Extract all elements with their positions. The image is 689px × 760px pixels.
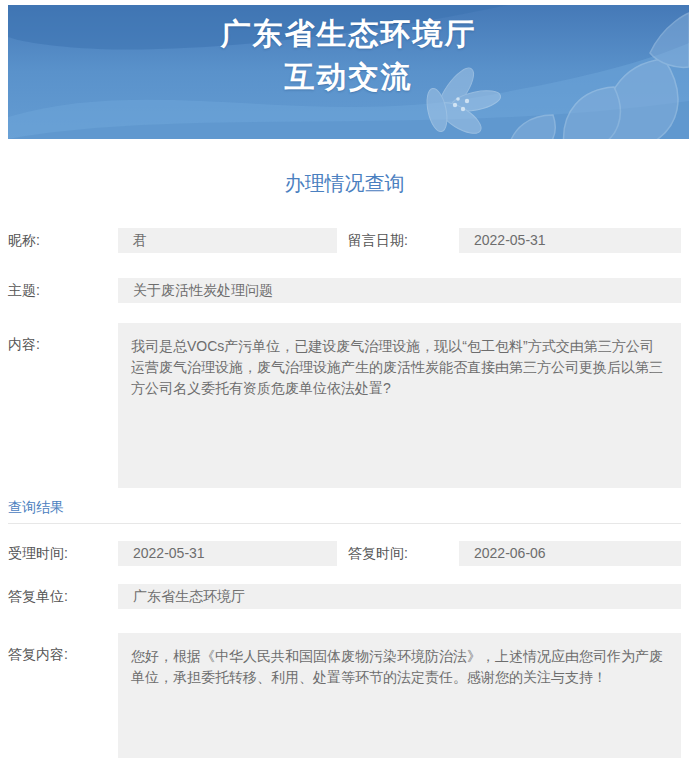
section-divider — [8, 523, 681, 524]
subject-label: 主题: — [8, 278, 118, 303]
content-label: 内容: — [8, 323, 118, 354]
banner-title-block: 广东省生态环境厅 互动交流 — [8, 12, 689, 98]
result-section-title: 查询结果 — [8, 498, 681, 516]
form-row-times: 受理时间: 2022-05-31 答复时间: 2022-06-06 — [8, 541, 681, 566]
nickname-field[interactable]: 君 — [118, 228, 337, 253]
form-row-nickname-date: 昵称: 君 留言日期: 2022-05-31 — [8, 228, 681, 253]
accept-time-label: 受理时间: — [8, 541, 118, 566]
query-form: 昵称: 君 留言日期: 2022-05-31 主题: 关于废活性炭处理问题 内容… — [8, 228, 681, 758]
subject-field[interactable]: 关于废活性炭处理问题 — [118, 278, 681, 303]
form-row-content: 内容: 我司是总VOCs产污单位，已建设废气治理设施，现以“包工包料”方式交由第… — [8, 323, 681, 488]
reply-unit-field[interactable]: 广东省生态环境厅 — [118, 584, 681, 609]
form-row-reply-content: 答复内容: 您好，根据《中华人民共和国固体废物污染环境防治法》，上述情况应由您司… — [8, 633, 681, 758]
content-textarea[interactable]: 我司是总VOCs产污单位，已建设废气治理设施，现以“包工包料”方式交由第三方公司… — [118, 323, 681, 488]
reply-unit-label: 答复单位: — [8, 584, 118, 609]
reply-time-label: 答复时间: — [337, 541, 459, 566]
banner-subtitle: 互动交流 — [8, 55, 689, 98]
org-title: 广东省生态环境厅 — [8, 12, 689, 55]
form-row-subject: 主题: 关于废活性炭处理问题 — [8, 278, 681, 303]
form-row-reply-unit: 答复单位: 广东省生态环境厅 — [8, 584, 681, 609]
reply-content-textarea[interactable]: 您好，根据《中华人民共和国固体废物污染环境防治法》，上述情况应由您司作为产废单位… — [118, 633, 681, 758]
page-title: 办理情况查询 — [0, 172, 689, 194]
header-banner: 广东省生态环境厅 互动交流 — [8, 5, 689, 139]
accept-time-field[interactable]: 2022-05-31 — [118, 541, 337, 566]
message-date-field[interactable]: 2022-05-31 — [459, 228, 681, 253]
message-date-label: 留言日期: — [337, 228, 459, 253]
reply-time-field[interactable]: 2022-06-06 — [459, 541, 681, 566]
nickname-label: 昵称: — [8, 228, 118, 253]
reply-content-label: 答复内容: — [8, 633, 118, 664]
